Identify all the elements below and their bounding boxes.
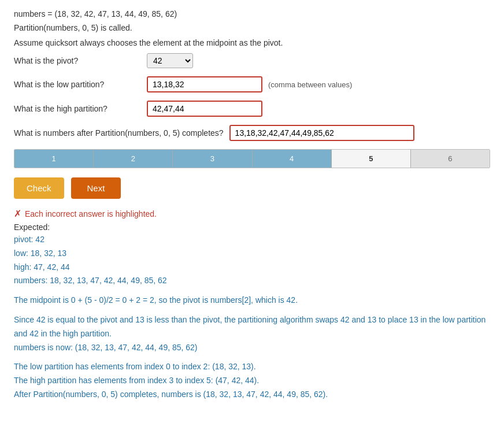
high-partition-label: What is the high partition?: [14, 104, 141, 113]
check-button[interactable]: Check: [14, 177, 64, 199]
numbers-now: numbers is now: (18, 32, 13, 47, 42, 44,…: [14, 343, 198, 352]
explanation-2: Since 42 is equal to the pivot and 13 is…: [14, 313, 490, 354]
progress-segment-4[interactable]: 4: [253, 150, 332, 168]
expected-low: low: 18, 32, 13: [14, 247, 490, 261]
low-partition-label: What is the low partition?: [14, 80, 141, 89]
progress-segment-3[interactable]: 3: [173, 150, 252, 168]
explanation-1: The midpoint is 0 + (5 - 0)/2 = 0 + 2 = …: [14, 294, 490, 307]
progress-segment-5[interactable]: 5: [332, 150, 411, 168]
error-icon: ✗: [14, 208, 21, 219]
low-partition-hint: (comma between values): [268, 80, 352, 89]
numbers-display: numbers = (18, 32, 42, 47, 13, 44, 49, 8…: [14, 9, 490, 18]
assumption-text: Assume quicksort always chooses the elem…: [14, 38, 490, 47]
progress-segment-2[interactable]: 2: [94, 150, 173, 168]
pivot-row: What is the pivot? 42 13 18 32 47: [14, 53, 490, 68]
progress-segment-6[interactable]: 6: [411, 150, 490, 168]
high-range: The high partition has elements from ind…: [14, 374, 490, 388]
low-range: The low partition has elements from inde…: [14, 360, 490, 374]
high-partition-input[interactable]: [147, 101, 262, 117]
pivot-label: What is the pivot?: [14, 56, 141, 65]
progress-segment-1[interactable]: 1: [14, 150, 94, 168]
pivot-select[interactable]: 42 13 18 32 47: [147, 53, 193, 68]
partition-call: Partition(numbers, 0, 5) is called.: [14, 23, 490, 32]
next-button[interactable]: Next: [71, 177, 121, 199]
progress-bar: 1 2 3 4 5 6: [14, 149, 490, 168]
expected-label: Expected:: [14, 223, 490, 232]
numbers-after-input[interactable]: [229, 125, 414, 141]
low-partition-input[interactable]: [147, 76, 262, 92]
low-partition-row: What is the low partition? (comma betwee…: [14, 76, 490, 92]
expected-pivot: pivot: 42: [14, 233, 490, 247]
numbers-after-label: What is numbers after Partition(numbers,…: [14, 128, 224, 138]
explanation-2-text: Since 42 is equal to the pivot and 13 is…: [14, 315, 486, 338]
numbers-after-row: What is numbers after Partition(numbers,…: [14, 125, 490, 141]
button-row: Check Next: [14, 177, 490, 199]
expected-values: pivot: 42 low: 18, 32, 13 high: 47, 42, …: [14, 233, 490, 288]
high-partition-row: What is the high partition?: [14, 101, 490, 117]
after-partition: After Partition(numbers, 0, 5) completes…: [14, 388, 490, 402]
explanation-3: The low partition has elements from inde…: [14, 360, 490, 401]
error-line: ✗ Each incorrect answer is highlighted.: [14, 208, 490, 219]
expected-numbers: numbers: 18, 32, 13, 47, 42, 44, 49, 85,…: [14, 274, 490, 288]
expected-high: high: 47, 42, 44: [14, 261, 490, 275]
result-section: ✗ Each incorrect answer is highlighted. …: [14, 208, 490, 402]
error-message: Each incorrect answer is highlighted.: [25, 209, 157, 218]
